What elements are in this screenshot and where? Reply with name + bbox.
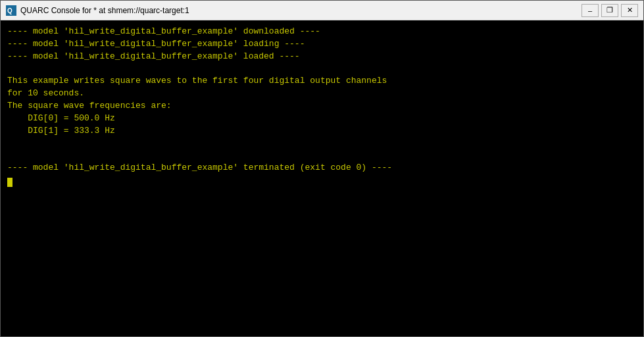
title-bar: Q QUARC Console for * at shmem://quarc-t… xyxy=(1,1,643,20)
minimize-button[interactable]: – xyxy=(582,4,599,17)
svg-text:Q: Q xyxy=(7,7,12,14)
close-button[interactable]: ✕ xyxy=(621,4,638,17)
title-bar-controls: – ❐ ✕ xyxy=(582,4,638,17)
title-bar-text: QUARC Console for * at shmem://quarc-tar… xyxy=(20,6,582,15)
app-icon: Q xyxy=(6,5,16,16)
cursor xyxy=(7,178,12,187)
console-body: ---- model 'hil_write_digital_buffer_exa… xyxy=(1,20,643,336)
console-output: ---- model 'hil_write_digital_buffer_exa… xyxy=(7,26,637,187)
maximize-button[interactable]: ❐ xyxy=(601,4,618,17)
main-window: Q QUARC Console for * at shmem://quarc-t… xyxy=(0,0,644,337)
